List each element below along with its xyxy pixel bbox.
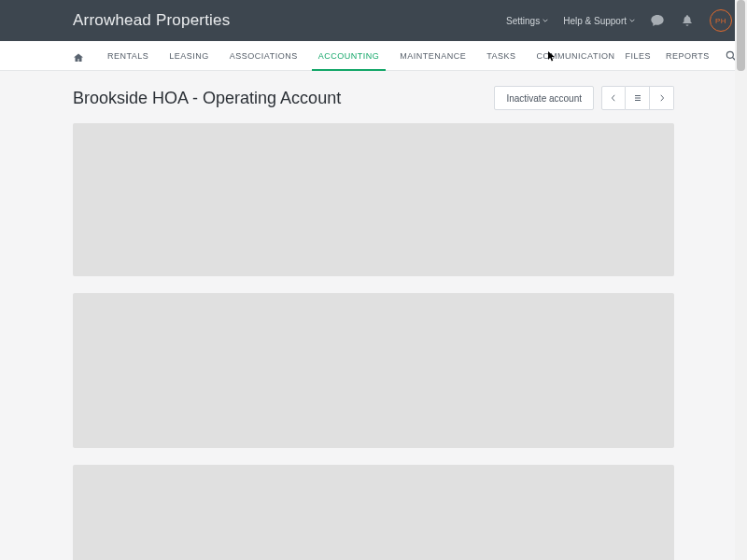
content-area: Brookside HOA - Operating Account Inacti… <box>0 71 747 560</box>
chevron-down-icon <box>629 18 635 23</box>
nav-item-leasing[interactable]: LEASING <box>159 41 219 70</box>
inactivate-account-button[interactable]: Inactivate account <box>494 86 594 110</box>
list-button[interactable] <box>626 86 650 110</box>
nav-item-accounting[interactable]: ACCOUNTING <box>308 41 390 70</box>
bell-icon[interactable] <box>680 13 695 28</box>
pager-group <box>601 86 674 110</box>
nav-item-tasks[interactable]: TASKS <box>476 41 526 70</box>
header-actions: Inactivate account <box>494 86 674 110</box>
scrollbar[interactable] <box>735 0 747 560</box>
skeleton-block <box>73 123 674 276</box>
top-right: Settings Help & Support PH <box>506 9 732 32</box>
nav-item-associations[interactable]: ASSOCIATIONS <box>219 41 308 70</box>
avatar[interactable]: PH <box>710 9 732 32</box>
settings-label: Settings <box>506 16 540 26</box>
home-icon[interactable] <box>73 50 84 62</box>
svg-point-0 <box>726 51 733 58</box>
scroll-thumb[interactable] <box>737 0 745 71</box>
prev-button[interactable] <box>601 86 626 110</box>
nav-item-rentals[interactable]: RENTALS <box>97 41 159 70</box>
topbar: Arrowhead Properties Settings Help & Sup… <box>0 0 747 41</box>
page-title: Brookside HOA - Operating Account <box>73 89 494 108</box>
help-label: Help & Support <box>563 16 627 26</box>
chevron-right-icon <box>658 94 666 102</box>
nav-item-communication[interactable]: COMMUNICATION <box>527 41 626 70</box>
skeleton-block <box>73 293 674 448</box>
page-header: Brookside HOA - Operating Account Inacti… <box>73 71 674 123</box>
chevron-left-icon <box>610 94 617 102</box>
list-icon <box>633 93 642 103</box>
chat-icon[interactable] <box>650 13 665 28</box>
avatar-initials: PH <box>715 17 726 25</box>
brand-name: Arrowhead Properties <box>73 11 506 30</box>
nav-item-maintenance[interactable]: MAINTENANCE <box>389 41 476 70</box>
nav-secondary: FILES REPORTS <box>625 49 737 63</box>
nav-reports[interactable]: REPORTS <box>666 51 710 61</box>
nav-files[interactable]: FILES <box>625 51 651 61</box>
skeleton-block <box>73 465 674 560</box>
chevron-down-icon <box>543 18 548 23</box>
help-menu[interactable]: Help & Support <box>563 16 635 26</box>
navbar: RENTALSLEASINGASSOCIATIONSACCOUNTINGMAIN… <box>0 41 747 71</box>
settings-menu[interactable]: Settings <box>506 16 548 26</box>
nav-items: RENTALSLEASINGASSOCIATIONSACCOUNTINGMAIN… <box>97 41 625 70</box>
next-button[interactable] <box>650 86 674 110</box>
